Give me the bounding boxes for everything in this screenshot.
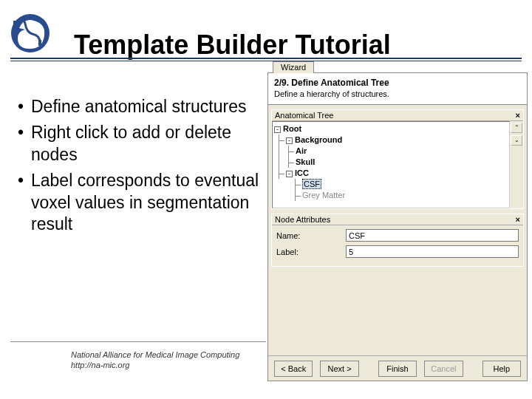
wizard-button-bar: < Back Next > Finish Cancel Help: [268, 355, 527, 381]
footer-text: National Alliance for Medical Image Comp…: [71, 350, 239, 371]
tree-down-button[interactable]: ⌄: [511, 135, 522, 146]
tree-node[interactable]: Grey Matter: [302, 191, 345, 200]
header-rule: [10, 58, 522, 59]
cancel-button[interactable]: Cancel: [424, 361, 463, 377]
footer-url: http://na-mic.org: [71, 361, 239, 371]
wizard-header: 2/9. Define Anatomical Tree Define a hie…: [268, 73, 527, 105]
name-field[interactable]: [346, 229, 519, 242]
back-button[interactable]: < Back: [274, 361, 313, 377]
tree-section-title: Anatomical Tree: [275, 111, 333, 120]
tree-up-button[interactable]: ⌃: [511, 123, 522, 133]
label-label: Label:: [276, 248, 346, 256]
wizard-step-subtitle: Define a hierarchy of structures.: [274, 89, 521, 98]
anatomical-tree[interactable]: -Root -Background Air Skull -ICC CSF Gre…: [272, 121, 510, 208]
wizard-step-title: 2/9. Define Anatomical Tree: [274, 78, 521, 88]
tree-node-selected[interactable]: CSF: [302, 179, 321, 189]
bullet-item: Define anatomical structures: [18, 96, 269, 117]
namic-logo-icon: [10, 13, 55, 53]
tree-root[interactable]: Root: [283, 124, 301, 133]
close-icon[interactable]: ×: [516, 111, 520, 120]
tree-node[interactable]: ICC: [295, 168, 309, 177]
header-rule-thin: [10, 61, 522, 61]
attr-section-title: Node Attributes: [275, 215, 330, 224]
tree-side-buttons: ⌃ ⌄: [510, 121, 523, 208]
wizard-panel: Wizard 2/9. Define Anatomical Tree Defin…: [267, 72, 528, 381]
page-title: Template Builder Tutorial: [74, 30, 391, 61]
label-field[interactable]: [346, 245, 519, 258]
bullet-list: Define anatomical structures Right click…: [18, 96, 269, 240]
name-label: Name:: [276, 231, 346, 240]
bullet-item: Label corresponds to eventual voxel valu…: [18, 170, 269, 235]
footer-rule: [10, 341, 266, 342]
help-button[interactable]: Help: [482, 361, 521, 377]
tree-node[interactable]: Skull: [296, 157, 315, 166]
svg-rect-1: [13, 21, 16, 27]
tree-node[interactable]: Air: [296, 146, 307, 155]
wizard-tab[interactable]: Wizard: [273, 61, 314, 73]
close-icon[interactable]: ×: [516, 215, 520, 224]
anatomical-tree-section: Anatomical Tree × -Root -Background Air …: [271, 109, 524, 209]
finish-button[interactable]: Finish: [378, 361, 417, 377]
next-button[interactable]: Next >: [320, 361, 358, 377]
footer-org: National Alliance for Medical Image Comp…: [71, 350, 239, 361]
tree-node[interactable]: Background: [295, 135, 342, 144]
node-attributes-section: Node Attributes × Name: Label:: [271, 214, 524, 267]
svg-rect-2: [38, 40, 41, 46]
bullet-item: Right click to add or delete nodes: [18, 122, 269, 166]
